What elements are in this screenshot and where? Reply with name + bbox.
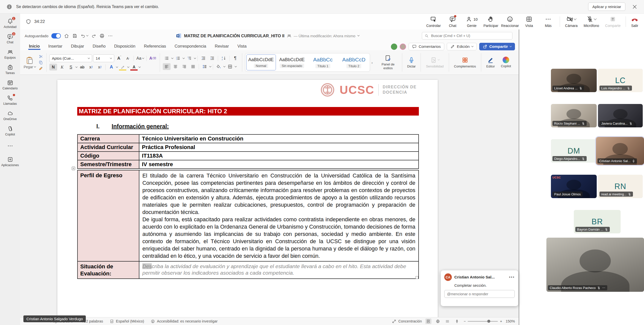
tab-diseño[interactable]: Diseño: [88, 44, 110, 50]
web-layout-view-button[interactable]: [435, 318, 441, 324]
participant-tile[interactable]: DM Diego Alejandro...: [551, 139, 597, 163]
align-left-button[interactable]: [163, 63, 171, 70]
chevron-down-icon[interactable]: [594, 17, 596, 20]
addins-button[interactable]: Complementos: [452, 57, 478, 68]
participant-tile[interactable]: Lisset Andrea ...: [551, 69, 597, 92]
editor-button[interactable]: Editor: [484, 57, 497, 68]
más-button[interactable]: Más: [539, 16, 558, 28]
align-right-button[interactable]: [180, 63, 188, 70]
zoom-level-label[interactable]: 150%: [506, 319, 515, 323]
ink-view-button[interactable]: [454, 318, 460, 324]
sidebar-item-aplicaciones[interactable]: Aplicaciones: [0, 154, 20, 169]
share-button[interactable]: Compartir: [479, 43, 515, 50]
style-option[interactable]: AaBbCcDdE Sin espaciado: [277, 54, 307, 70]
sidebar-item-equipos[interactable]: Equipos: [0, 46, 20, 62]
sidebar-item-actividad[interactable]: 1 Actividad: [0, 16, 20, 31]
comment-menu-icon[interactable]: •••: [509, 275, 515, 279]
subscript-button[interactable]: x2: [87, 64, 95, 70]
outdent-button[interactable]: [199, 55, 207, 62]
document-page[interactable]: UCSC DIRECCIÓN DEDOCENCIA MATRIZ DE PLAN…: [57, 80, 438, 317]
sidebar-item-onedrive[interactable]: OneDrive: [0, 108, 20, 123]
style-option[interactable]: AaBbCcD Título 2: [339, 54, 369, 70]
copy-icon[interactable]: [39, 60, 43, 65]
paste-button[interactable]: Pegar: [22, 56, 37, 69]
sidebar-item-more[interactable]: [0, 138, 20, 154]
multilevel-list-button[interactable]: [185, 55, 193, 62]
indent-button[interactable]: [208, 55, 216, 62]
tab-vista[interactable]: Vista: [233, 44, 251, 50]
participant-tile[interactable]: Javiera Carolina...: [598, 104, 643, 127]
bold-button[interactable]: N: [49, 64, 57, 70]
redo-icon[interactable]: [91, 33, 96, 39]
clear-formatting-button[interactable]: A⌫: [148, 55, 157, 62]
zoom-slider[interactable]: − +: [464, 319, 502, 323]
font-name-select[interactable]: Aptos (Cue...: [49, 54, 92, 62]
reading-view-button[interactable]: [445, 318, 451, 324]
shrink-font-button[interactable]: Aˇ: [124, 55, 132, 62]
participant-tile[interactable]: LC Luis Alejandro ...: [598, 69, 643, 92]
numbering-button[interactable]: 123: [174, 55, 182, 62]
search-input[interactable]: [431, 33, 510, 38]
justify-button[interactable]: [189, 63, 197, 70]
comparte-button[interactable]: Comparte: [602, 16, 624, 28]
font-size-select[interactable]: 14: [93, 54, 114, 62]
tab-dibujar[interactable]: Dibujar: [67, 44, 88, 50]
salir-button[interactable]: Salir: [628, 16, 641, 28]
change-case-button[interactable]: Aa: [136, 55, 145, 62]
sidebar-item-copilot[interactable]: Copilot: [0, 123, 20, 138]
format-painter-icon[interactable]: [39, 66, 43, 71]
shading-button[interactable]: [215, 63, 223, 70]
tab-correspondencia[interactable]: Correspondencia: [170, 44, 211, 50]
close-banner-icon[interactable]: [632, 4, 637, 10]
chevron-down-icon[interactable]: [574, 17, 576, 20]
tab-insertar[interactable]: Insertar: [44, 44, 67, 50]
save-icon[interactable]: [72, 33, 77, 39]
superscript-button[interactable]: x2: [96, 64, 104, 70]
editing-mode-button[interactable]: Edición: [447, 43, 477, 50]
table-resize-handle[interactable]: [416, 276, 418, 279]
cámara-button[interactable]: Cámara: [562, 16, 581, 28]
participant-tile[interactable]: BR Bayron Damián ...: [574, 210, 621, 233]
comment-card[interactable]: CA Cristian Antonio Sal... ••• Completar…: [441, 270, 518, 306]
zoom-slider-thumb[interactable]: [487, 320, 490, 323]
focus-mode-button[interactable]: Concentración: [392, 319, 422, 323]
sidebar-item-llamadas[interactable]: Llamadas: [0, 92, 20, 108]
zoom-in-button[interactable]: +: [500, 319, 502, 323]
style-option[interactable]: AaBbCc Título 1: [308, 54, 338, 70]
document-title[interactable]: MATRIZ DE PLANIFICACIÓN CURRICULAR_HITO …: [184, 33, 285, 38]
borders-button[interactable]: [226, 63, 234, 70]
more-options-icon[interactable]: [108, 33, 113, 39]
micrófono-button[interactable]: Micrófono: [581, 16, 602, 28]
strikethrough-button[interactable]: ab: [78, 64, 86, 70]
highlight-color-button[interactable]: [119, 64, 127, 70]
bullets-button[interactable]: [163, 55, 171, 62]
tab-referencias[interactable]: Referencias: [140, 44, 170, 50]
search-box[interactable]: [422, 32, 512, 40]
participant-tile[interactable]: RN read.ai meeting...: [598, 175, 643, 198]
underline-button[interactable]: S: [67, 64, 75, 70]
tile-menu-icon[interactable]: [602, 286, 606, 290]
sidebar-item-tareas[interactable]: Tareas: [0, 62, 20, 77]
styles-panel-button[interactable]: Panel de estilos: [377, 55, 399, 70]
undo-button[interactable]: [80, 33, 88, 39]
home-icon[interactable]: [64, 33, 69, 39]
italic-button[interactable]: K: [58, 64, 66, 70]
grow-font-button[interactable]: Aˆ: [115, 55, 123, 62]
show-paragraph-marks-button[interactable]: ¶: [231, 55, 239, 62]
apply-restart-button[interactable]: Aplicar y reiniciar: [588, 3, 625, 11]
tab-revisar[interactable]: Revisar: [211, 44, 233, 50]
styles-more-icon[interactable]: ›: [372, 60, 376, 65]
zoom-out-button[interactable]: −: [464, 319, 466, 323]
comments-button[interactable]: Comentarios: [409, 43, 444, 50]
sidebar-item-chat[interactable]: 3 Chat: [0, 31, 20, 46]
participant-tile[interactable]: Cristian Antonio Sal...: [596, 137, 644, 165]
line-spacing-button[interactable]: [201, 63, 209, 70]
chat-button[interactable]: Chat: [443, 16, 462, 28]
gente-button[interactable]: 10 Gente: [462, 16, 481, 28]
sidebar-item-calendario[interactable]: Calendario: [0, 77, 20, 92]
controlar-button[interactable]: Controlar: [424, 16, 443, 28]
font-color-button[interactable]: A: [130, 64, 138, 70]
tab-inicio[interactable]: Inicio: [25, 44, 44, 50]
sort-button[interactable]: AZ: [220, 55, 228, 62]
title-chevron-icon[interactable]: [357, 34, 359, 36]
